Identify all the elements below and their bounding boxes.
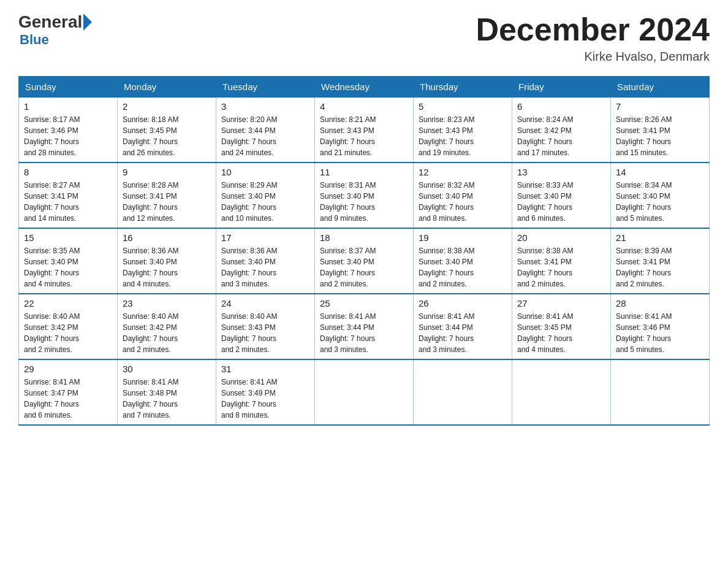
- day-info: Sunrise: 8:41 AM Sunset: 3:45 PM Dayligh…: [517, 311, 605, 355]
- table-row: 18 Sunrise: 8:37 AM Sunset: 3:40 PM Dayl…: [315, 228, 414, 294]
- day-number: 5: [419, 101, 507, 112]
- day-number: 23: [123, 298, 211, 308]
- day-info: Sunrise: 8:41 AM Sunset: 3:49 PM Dayligh…: [221, 377, 309, 421]
- table-row: 22 Sunrise: 8:40 AM Sunset: 3:42 PM Dayl…: [19, 294, 118, 359]
- day-number: 31: [221, 364, 309, 374]
- day-info: Sunrise: 8:24 AM Sunset: 3:42 PM Dayligh…: [517, 114, 605, 158]
- header-monday: Monday: [118, 77, 216, 98]
- day-number: 15: [24, 232, 112, 243]
- day-info: Sunrise: 8:40 AM Sunset: 3:43 PM Dayligh…: [221, 311, 309, 355]
- day-number: 19: [419, 232, 507, 243]
- day-info: Sunrise: 8:35 AM Sunset: 3:40 PM Dayligh…: [24, 245, 112, 289]
- logo-general-text: General: [18, 12, 82, 32]
- header-friday: Friday: [512, 77, 611, 98]
- day-info: Sunrise: 8:41 AM Sunset: 3:48 PM Dayligh…: [123, 377, 211, 421]
- calendar-week-row: 1 Sunrise: 8:17 AM Sunset: 3:46 PM Dayli…: [19, 98, 710, 163]
- day-info: Sunrise: 8:29 AM Sunset: 3:40 PM Dayligh…: [221, 180, 309, 224]
- day-info: Sunrise: 8:23 AM Sunset: 3:43 PM Dayligh…: [419, 114, 507, 158]
- day-info: Sunrise: 8:38 AM Sunset: 3:41 PM Dayligh…: [517, 245, 605, 289]
- day-number: 2: [123, 101, 211, 112]
- day-info: Sunrise: 8:28 AM Sunset: 3:41 PM Dayligh…: [123, 180, 211, 224]
- day-number: 28: [616, 298, 704, 308]
- table-row: 25 Sunrise: 8:41 AM Sunset: 3:44 PM Dayl…: [315, 294, 414, 359]
- table-row: 15 Sunrise: 8:35 AM Sunset: 3:40 PM Dayl…: [19, 228, 118, 294]
- table-row: 2 Sunrise: 8:18 AM Sunset: 3:45 PM Dayli…: [118, 98, 216, 163]
- table-row: 11 Sunrise: 8:31 AM Sunset: 3:40 PM Dayl…: [315, 163, 414, 228]
- day-info: Sunrise: 8:38 AM Sunset: 3:40 PM Dayligh…: [419, 245, 507, 289]
- day-number: 26: [419, 298, 507, 308]
- day-info: Sunrise: 8:41 AM Sunset: 3:46 PM Dayligh…: [616, 311, 704, 355]
- day-info: Sunrise: 8:41 AM Sunset: 3:47 PM Dayligh…: [24, 377, 112, 421]
- day-info: Sunrise: 8:40 AM Sunset: 3:42 PM Dayligh…: [24, 311, 112, 355]
- table-row: 7 Sunrise: 8:26 AM Sunset: 3:41 PM Dayli…: [611, 98, 710, 163]
- day-number: 27: [517, 298, 605, 308]
- table-row: 27 Sunrise: 8:41 AM Sunset: 3:45 PM Dayl…: [512, 294, 611, 359]
- day-number: 16: [123, 232, 211, 243]
- logo: General Blue: [18, 12, 93, 48]
- day-number: 29: [24, 364, 112, 374]
- day-number: 10: [221, 167, 309, 177]
- day-info: Sunrise: 8:41 AM Sunset: 3:44 PM Dayligh…: [320, 311, 408, 355]
- table-row: 21 Sunrise: 8:39 AM Sunset: 3:41 PM Dayl…: [611, 228, 710, 294]
- day-info: Sunrise: 8:39 AM Sunset: 3:41 PM Dayligh…: [616, 245, 704, 289]
- calendar-week-row: 15 Sunrise: 8:35 AM Sunset: 3:40 PM Dayl…: [19, 228, 710, 294]
- day-info: Sunrise: 8:41 AM Sunset: 3:44 PM Dayligh…: [419, 311, 507, 355]
- day-info: Sunrise: 8:32 AM Sunset: 3:40 PM Dayligh…: [419, 180, 507, 224]
- day-number: 17: [221, 232, 309, 243]
- day-number: 25: [320, 298, 408, 308]
- table-row: 24 Sunrise: 8:40 AM Sunset: 3:43 PM Dayl…: [216, 294, 315, 359]
- table-row: 28 Sunrise: 8:41 AM Sunset: 3:46 PM Dayl…: [611, 294, 710, 359]
- day-info: Sunrise: 8:36 AM Sunset: 3:40 PM Dayligh…: [123, 245, 211, 289]
- day-number: 21: [616, 232, 704, 243]
- day-number: 3: [221, 101, 309, 112]
- day-number: 30: [123, 364, 211, 374]
- header-sunday: Sunday: [19, 77, 118, 98]
- table-row: 23 Sunrise: 8:40 AM Sunset: 3:42 PM Dayl…: [118, 294, 216, 359]
- table-row: 26 Sunrise: 8:41 AM Sunset: 3:44 PM Dayl…: [414, 294, 512, 359]
- table-row: 20 Sunrise: 8:38 AM Sunset: 3:41 PM Dayl…: [512, 228, 611, 294]
- logo-blue-text: Blue: [20, 32, 49, 47]
- day-info: Sunrise: 8:37 AM Sunset: 3:40 PM Dayligh…: [320, 245, 408, 289]
- table-row: 3 Sunrise: 8:20 AM Sunset: 3:44 PM Dayli…: [216, 98, 315, 163]
- day-info: Sunrise: 8:17 AM Sunset: 3:46 PM Dayligh…: [24, 114, 112, 158]
- title-section: December 2024 Kirke Hvalso, Denmark: [476, 12, 710, 64]
- location-label: Kirke Hvalso, Denmark: [476, 50, 710, 64]
- day-info: Sunrise: 8:20 AM Sunset: 3:44 PM Dayligh…: [221, 114, 309, 158]
- header-saturday: Saturday: [611, 77, 710, 98]
- table-row: 31 Sunrise: 8:41 AM Sunset: 3:49 PM Dayl…: [216, 359, 315, 425]
- table-row: 16 Sunrise: 8:36 AM Sunset: 3:40 PM Dayl…: [118, 228, 216, 294]
- day-number: 6: [517, 101, 605, 112]
- day-info: Sunrise: 8:40 AM Sunset: 3:42 PM Dayligh…: [123, 311, 211, 355]
- day-number: 13: [517, 167, 605, 177]
- header-thursday: Thursday: [414, 77, 512, 98]
- day-info: Sunrise: 8:34 AM Sunset: 3:40 PM Dayligh…: [616, 180, 704, 224]
- day-info: Sunrise: 8:36 AM Sunset: 3:40 PM Dayligh…: [221, 245, 309, 289]
- table-row: 13 Sunrise: 8:33 AM Sunset: 3:40 PM Dayl…: [512, 163, 611, 228]
- table-row: 4 Sunrise: 8:21 AM Sunset: 3:43 PM Dayli…: [315, 98, 414, 163]
- day-number: 24: [221, 298, 309, 308]
- calendar-week-row: 22 Sunrise: 8:40 AM Sunset: 3:42 PM Dayl…: [19, 294, 710, 359]
- day-number: 20: [517, 232, 605, 243]
- day-info: Sunrise: 8:27 AM Sunset: 3:41 PM Dayligh…: [24, 180, 112, 224]
- table-row: [315, 359, 414, 425]
- calendar-week-row: 8 Sunrise: 8:27 AM Sunset: 3:41 PM Dayli…: [19, 163, 710, 228]
- calendar-table: Sunday Monday Tuesday Wednesday Thursday…: [18, 76, 710, 426]
- table-row: 12 Sunrise: 8:32 AM Sunset: 3:40 PM Dayl…: [414, 163, 512, 228]
- day-number: 12: [419, 167, 507, 177]
- day-number: 22: [24, 298, 112, 308]
- table-row: 1 Sunrise: 8:17 AM Sunset: 3:46 PM Dayli…: [19, 98, 118, 163]
- day-info: Sunrise: 8:21 AM Sunset: 3:43 PM Dayligh…: [320, 114, 408, 158]
- calendar-header-row: Sunday Monday Tuesday Wednesday Thursday…: [19, 77, 710, 98]
- table-row: 6 Sunrise: 8:24 AM Sunset: 3:42 PM Dayli…: [512, 98, 611, 163]
- table-row: 10 Sunrise: 8:29 AM Sunset: 3:40 PM Dayl…: [216, 163, 315, 228]
- page-header: General Blue December 2024 Kirke Hvalso,…: [18, 12, 710, 64]
- day-number: 18: [320, 232, 408, 243]
- calendar-week-row: 29 Sunrise: 8:41 AM Sunset: 3:47 PM Dayl…: [19, 359, 710, 425]
- table-row: 9 Sunrise: 8:28 AM Sunset: 3:41 PM Dayli…: [118, 163, 216, 228]
- logo-arrow-icon: [83, 13, 92, 31]
- table-row: 19 Sunrise: 8:38 AM Sunset: 3:40 PM Dayl…: [414, 228, 512, 294]
- table-row: [414, 359, 512, 425]
- header-tuesday: Tuesday: [216, 77, 315, 98]
- day-info: Sunrise: 8:26 AM Sunset: 3:41 PM Dayligh…: [616, 114, 704, 158]
- day-info: Sunrise: 8:31 AM Sunset: 3:40 PM Dayligh…: [320, 180, 408, 224]
